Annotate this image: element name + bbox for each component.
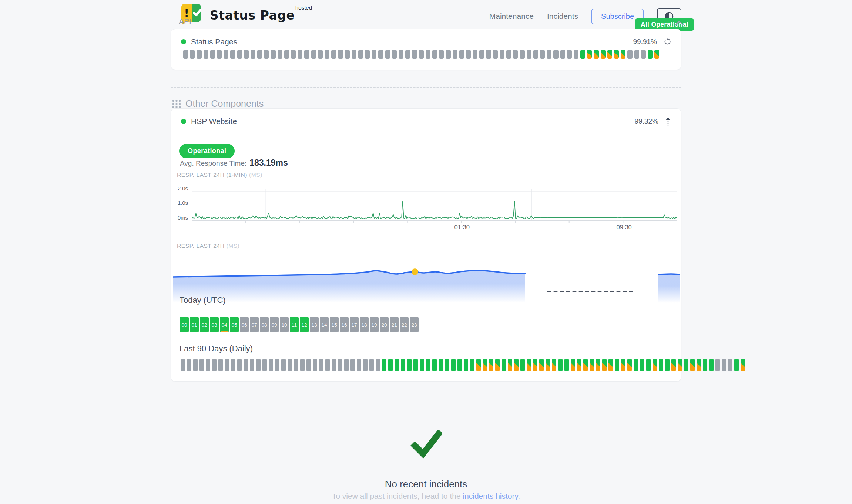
daily-uptime-bar[interactable] — [426, 359, 430, 371]
uptime-bar-segment[interactable] — [473, 50, 477, 59]
daily-uptime-bar[interactable] — [369, 359, 374, 371]
daily-uptime-bar[interactable] — [508, 359, 512, 371]
uptime-bar-segment[interactable] — [466, 50, 471, 59]
daily-uptime-bar[interactable] — [445, 359, 449, 371]
hour-cell-08[interactable]: 08 — [260, 317, 269, 332]
daily-uptime-bar[interactable] — [376, 359, 380, 371]
daily-uptime-bar[interactable] — [363, 359, 368, 371]
daily-uptime-bar[interactable] — [413, 359, 418, 371]
daily-uptime-bar[interactable] — [734, 359, 739, 371]
daily-uptime-bar[interactable] — [653, 359, 657, 371]
daily-uptime-bar[interactable] — [646, 359, 651, 371]
uptime-bar-segment[interactable] — [278, 50, 282, 59]
uptime-bar-segment[interactable] — [331, 50, 336, 59]
daily-uptime-bar[interactable] — [659, 359, 663, 371]
daily-uptime-bar[interactable] — [697, 359, 701, 371]
daily-uptime-bar[interactable] — [577, 359, 581, 371]
uptime-bar-segment[interactable] — [210, 50, 215, 59]
hour-cell-19[interactable]: 19 — [370, 317, 379, 332]
uptime-bar-segment[interactable] — [291, 50, 296, 59]
hour-cell-22[interactable]: 22 — [400, 317, 409, 332]
uptime-bar-segment[interactable] — [392, 50, 397, 59]
uptime-bar-segment[interactable] — [224, 50, 228, 59]
daily-uptime-bar[interactable] — [564, 359, 569, 371]
uptime-bar-segment[interactable] — [419, 50, 424, 59]
response-area-chart[interactable] — [173, 241, 680, 307]
daily-uptime-bar[interactable] — [218, 359, 223, 371]
daily-uptime-bar[interactable] — [395, 359, 399, 371]
hour-cell-23[interactable]: 23 — [410, 317, 419, 332]
daily-uptime-bar[interactable] — [514, 359, 519, 371]
daily-uptime-bar[interactable] — [552, 359, 556, 371]
daily-uptime-bar[interactable] — [690, 359, 695, 371]
uptime-bar-segment[interactable] — [540, 50, 545, 59]
daily-uptime-bar[interactable] — [244, 359, 248, 371]
arrow-up-dashed-icon[interactable] — [665, 117, 671, 126]
daily-uptime-bar[interactable] — [407, 359, 412, 371]
uptime-bar-segment[interactable] — [634, 50, 639, 59]
uptime-bar-segment[interactable] — [486, 50, 491, 59]
hour-cell-02[interactable]: 02 — [200, 317, 209, 332]
uptime-bar-segment[interactable] — [601, 50, 606, 59]
daily-uptime-bar[interactable] — [728, 359, 732, 371]
uptime-bar-segment[interactable] — [204, 50, 208, 59]
daily-uptime-bar[interactable] — [527, 359, 531, 371]
daily-uptime-bar[interactable] — [520, 359, 525, 371]
daily-uptime-bar[interactable] — [357, 359, 361, 371]
hour-cell-20[interactable]: 20 — [380, 317, 389, 332]
uptime-bar-segment[interactable] — [284, 50, 289, 59]
daily-uptime-bar[interactable] — [703, 359, 707, 371]
daily-uptime-bar[interactable] — [470, 359, 474, 371]
hour-cell-15[interactable]: 15 — [330, 317, 339, 332]
incidents-history-link[interactable]: incidents history — [463, 492, 518, 500]
daily-uptime-bar[interactable] — [338, 359, 342, 371]
hour-cell-16[interactable]: 16 — [340, 317, 349, 332]
daily-uptime-bar[interactable] — [709, 359, 714, 371]
daily-uptime-bar[interactable] — [539, 359, 544, 371]
hour-cell-13[interactable]: 13 — [310, 317, 319, 332]
daily-uptime-bar[interactable] — [250, 359, 254, 371]
daily-uptime-bar[interactable] — [502, 359, 506, 371]
hour-cell-00[interactable]: 00 — [180, 317, 189, 332]
uptime-bar-segment[interactable] — [641, 50, 646, 59]
hour-cell-09[interactable]: 09 — [270, 317, 279, 332]
uptime-bar-segment[interactable] — [506, 50, 511, 59]
daily-uptime-bar[interactable] — [451, 359, 456, 371]
nav-incidents[interactable]: Incidents — [547, 12, 578, 21]
uptime-bar-segment[interactable] — [533, 50, 538, 59]
daily-uptime-bar[interactable] — [193, 359, 198, 371]
uptime-bar-segment[interactable] — [453, 50, 457, 59]
uptime-bar-segment[interactable] — [338, 50, 343, 59]
daily-uptime-bar[interactable] — [181, 359, 185, 371]
uptime-bar-segment[interactable] — [527, 50, 531, 59]
daily-uptime-bar[interactable] — [187, 359, 191, 371]
daily-uptime-bar[interactable] — [401, 359, 405, 371]
uptime-bar-segment[interactable] — [197, 50, 201, 59]
uptime-bar-segment[interactable] — [365, 50, 370, 59]
uptime-bar-segment[interactable] — [304, 50, 309, 59]
chart-marker-dot[interactable] — [412, 268, 418, 275]
uptime-bar-segment[interactable] — [217, 50, 222, 59]
daily-uptime-bar[interactable] — [388, 359, 393, 371]
daily-uptime-bar[interactable] — [533, 359, 537, 371]
daily-uptime-bar[interactable] — [432, 359, 437, 371]
daily-uptime-bar[interactable] — [300, 359, 305, 371]
uptime-bar-segment[interactable] — [594, 50, 598, 59]
daily-uptime-bar[interactable] — [275, 359, 279, 371]
daily-uptime-bar[interactable] — [684, 359, 688, 371]
hour-cell-05[interactable]: 05 — [230, 317, 239, 332]
daily-uptime-bar[interactable] — [288, 359, 292, 371]
hour-cell-06[interactable]: 06 — [240, 317, 249, 332]
uptime-bar-segment[interactable] — [190, 50, 195, 59]
daily-uptime-bar[interactable] — [420, 359, 424, 371]
daily-uptime-bar[interactable] — [596, 359, 600, 371]
uptime-bar-segment[interactable] — [325, 50, 329, 59]
hour-cell-14[interactable]: 14 — [320, 317, 329, 332]
uptime-bar-segment[interactable] — [513, 50, 518, 59]
response-minute-chart[interactable] — [192, 186, 677, 224]
daily-uptime-bar[interactable] — [306, 359, 311, 371]
uptime-bar-segment[interactable] — [183, 50, 188, 59]
daily-uptime-bar[interactable] — [741, 359, 745, 371]
daily-uptime-bar[interactable] — [583, 359, 588, 371]
hour-cell-04[interactable]: 04 — [220, 317, 229, 332]
